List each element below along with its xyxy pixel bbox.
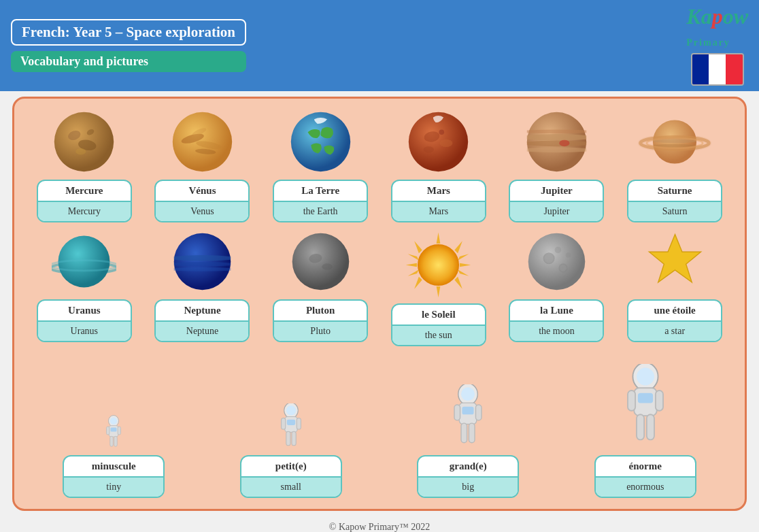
svg-rect-73 (461, 423, 467, 443)
logo-area: Kapow Primary (686, 5, 748, 86)
flag-blue (692, 54, 709, 84)
vocab-card-earth: La Terre the Earth (273, 180, 368, 222)
planet-item-uranus: Uranus Uranus (31, 229, 137, 346)
mercury-image (52, 110, 116, 174)
mars-image (406, 110, 471, 174)
vocab-card-uranus: Uranus Uranus (37, 299, 132, 342)
french-label-mercury: Mercure (38, 181, 131, 202)
svg-point-42 (418, 244, 459, 286)
top-bar: French: Year 5 – Space exploration Vocab… (0, 0, 759, 91)
french-adj-small: petit(e) (241, 456, 341, 478)
adj-item-tiny: minuscule tiny (42, 405, 185, 498)
svg-rect-56 (118, 427, 121, 435)
vocab-card-mars: Mars Mars (391, 180, 486, 222)
svg-marker-31 (437, 286, 441, 297)
pluto-image (288, 229, 353, 294)
adj-card-tiny: minuscule tiny (63, 455, 165, 498)
english-label-pluto: Pluto (274, 322, 367, 341)
planets-row-2: Uranus Uranus (25, 229, 734, 346)
svg-point-76 (637, 368, 654, 386)
english-label-sun: the sun (392, 326, 485, 345)
astronaut-enormous (618, 357, 673, 452)
svg-point-48 (555, 247, 562, 254)
svg-point-17 (559, 140, 569, 147)
vocab-card-moon: la Lune the moon (509, 299, 604, 342)
svg-rect-62 (287, 420, 295, 425)
english-label-star: a star (628, 322, 721, 341)
svg-rect-78 (638, 393, 653, 403)
english-adj-big: big (418, 478, 518, 497)
english-label-neptune: Neptune (156, 322, 248, 341)
svg-point-26 (174, 233, 231, 290)
planet-item-sun: le Soleil the sun (386, 229, 491, 346)
english-label-uranus: Uranus (38, 322, 131, 341)
planet-item-venus: Vénus Venus (150, 110, 255, 222)
svg-point-47 (560, 265, 567, 271)
svg-marker-33 (460, 263, 471, 267)
svg-point-29 (322, 263, 332, 270)
english-label-mars: Mars (392, 202, 485, 221)
english-label-mercury: Mercury (38, 202, 131, 221)
french-label-venus: Vénus (156, 181, 248, 202)
earth-image (288, 110, 353, 174)
adj-item-small: petit(e) small (220, 391, 362, 498)
venus-image (170, 110, 235, 174)
svg-point-49 (566, 252, 571, 258)
svg-rect-80 (656, 390, 663, 411)
french-adj-tiny: minuscule (64, 456, 163, 478)
astronaut-tiny (103, 405, 124, 452)
footer: © Kapow Primary™ 2022 (324, 516, 435, 532)
neptune-image (170, 229, 235, 294)
planet-item-mercury: Mercure Mercury (31, 110, 137, 222)
vocab-card-jupiter: Jupiter Jupiter (509, 180, 604, 222)
english-label-earth: the Earth (274, 202, 367, 221)
jupiter-image (524, 110, 589, 174)
vocab-card-sun: le Soleil the sun (391, 303, 486, 346)
svg-marker-39 (458, 254, 469, 261)
svg-marker-37 (455, 277, 462, 289)
svg-rect-81 (637, 414, 644, 439)
svg-point-60 (286, 405, 296, 415)
french-flag (691, 53, 744, 86)
kapow-logo: Kapow Primary (686, 5, 748, 49)
svg-marker-36 (414, 277, 422, 289)
english-label-venus: Venus (156, 202, 248, 221)
flag-white (709, 54, 726, 84)
english-label-jupiter: Jupiter (510, 202, 603, 221)
uranus-image (52, 229, 116, 294)
svg-marker-35 (455, 241, 462, 253)
french-label-neptune: Neptune (156, 301, 248, 322)
saturn-image (637, 110, 712, 174)
svg-marker-30 (437, 233, 441, 244)
svg-rect-57 (110, 436, 114, 446)
english-label-saturn: Saturn (628, 202, 721, 221)
svg-rect-54 (111, 428, 117, 432)
french-label-pluto: Pluton (274, 301, 367, 322)
svg-point-43 (528, 233, 586, 290)
english-adj-enormous: enormous (596, 478, 695, 497)
flag-red (726, 54, 743, 84)
french-label-star: une étoile (628, 301, 721, 322)
adjectives-row: minuscule tiny petit(e) sm (25, 357, 734, 498)
svg-rect-74 (469, 423, 475, 443)
svg-point-13 (440, 139, 453, 147)
astronaut-big (448, 374, 488, 452)
svg-marker-50 (649, 235, 701, 282)
svg-marker-34 (414, 241, 422, 253)
english-adj-tiny: tiny (64, 478, 163, 497)
svg-marker-40 (408, 269, 419, 276)
svg-rect-58 (114, 436, 118, 446)
svg-marker-41 (458, 269, 469, 276)
adj-item-enormous: énorme enormous (574, 357, 717, 498)
svg-point-3 (75, 148, 86, 155)
star-image (643, 229, 707, 294)
vocab-card-venus: Vénus Venus (154, 180, 250, 222)
svg-rect-63 (281, 418, 285, 429)
svg-rect-82 (647, 414, 654, 439)
vocab-card-star: une étoile a star (627, 299, 722, 342)
svg-point-68 (461, 387, 475, 401)
svg-point-14 (424, 146, 434, 153)
french-label-mars: Mars (392, 181, 485, 202)
svg-rect-64 (297, 418, 301, 429)
french-label-saturn: Saturne (628, 181, 721, 202)
